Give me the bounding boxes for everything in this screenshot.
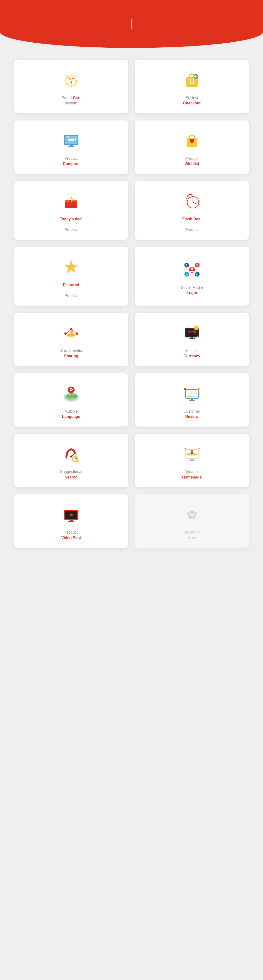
card-label-easiest-checkout: EasiestCheckout [183,95,201,106]
card-label-normal: Multiple [65,409,78,414]
feature-card-flash-deal: Flash DealProduct [135,181,249,240]
icon-deal [60,191,82,212]
svg-line-53 [189,272,190,273]
feature-card-multiple-currency: GO!!! $ ★ ★ MultipleCurrency [135,313,249,366]
svg-text:GO!!!: GO!!! [188,330,196,333]
card-label-dynamic-homepage: DynamicHomepage [182,469,202,480]
icon-compare [60,130,82,151]
icon-upcoming [181,504,203,525]
card-label-line2: system [65,101,77,105]
svg-point-106 [191,450,193,452]
svg-text:★: ★ [198,448,200,450]
card-label-bold: Today's deal [60,216,82,222]
icon-social-login: f G in tw [181,259,203,281]
card-label-upcoming-more: UpcomingMore [183,530,200,541]
svg-point-94 [66,457,67,459]
svg-text:tw: tw [185,274,188,276]
icon-homepage: ★ ★ [181,443,203,465]
svg-point-119 [194,512,198,515]
feature-card-todays-deal: Today's dealProduct [14,181,128,240]
svg-point-90 [70,455,72,457]
card-label-product-video: ProductVideo Post [61,530,81,541]
svg-line-93 [77,461,79,463]
card-label-normal: Dynamic [184,469,199,474]
icon-video [60,504,82,525]
feature-card-suggestional-search: SuggestionalSearch [14,434,128,487]
card-label-social-sharing: Social mediaSharing [60,348,82,359]
card-label-normal: Upcoming [183,530,200,534]
card-label-multiple-currency: MultipleCurrency [184,348,200,359]
card-label-normal: Smart Cart [62,96,81,100]
svg-rect-80 [187,395,195,395]
card-label-multiple-language: MultipleLanguage [62,409,80,420]
card-label-normal: Product [185,156,198,161]
card-label-todays-deal: Today's dealProduct [60,216,82,232]
svg-point-117 [187,512,190,515]
svg-line-54 [194,272,195,273]
svg-point-118 [190,511,194,514]
card-label-bold: Search [60,475,82,480]
card-label-smart-cart: Smart Cartsystem [62,95,81,106]
svg-text:★: ★ [197,335,198,337]
svg-text:G: G [196,264,198,267]
svg-line-62 [72,330,76,333]
card-label-normal: Product [65,530,78,534]
svg-marker-40 [64,260,78,273]
svg-rect-57 [67,334,76,336]
card-label-bold: Login [181,290,203,296]
svg-point-60 [76,332,78,335]
card-label-bold: Homepage [182,475,202,480]
svg-text:★: ★ [185,388,186,390]
feature-card-social-sharing: Social mediaSharing [14,313,128,366]
card-label-normal: Multiple [185,349,198,353]
svg-point-59 [70,328,73,331]
card-label-product-compare: ProductCompare [63,156,79,167]
card-label-bold: Wishlist [185,161,199,167]
card-label-normal: Customer [184,409,200,414]
svg-point-58 [64,332,67,335]
svg-point-121 [192,515,196,519]
card-label-suggestional-search: SuggestionalSearch [60,469,82,480]
card-label-bold: Video Post [61,535,81,541]
icon-wishlist [181,130,203,151]
icon-cart: BUY [60,70,82,91]
card-label-bold: Language [62,414,80,419]
feature-card-featured-product: FeaturedProduct [14,247,128,305]
icon-language [60,383,82,404]
feature-card-smart-cart: BUY Smart Cartsystem [14,60,128,113]
icon-checkout [181,70,203,91]
svg-line-33 [74,194,75,195]
card-label-bold: Flash Deal [182,216,201,222]
svg-rect-109 [189,460,195,461]
card-label-product-wishlist: ProductWishlist [185,156,199,167]
svg-rect-116 [68,521,74,522]
svg-point-42 [191,267,193,270]
feature-card-customer-review: ★ ★ ★ ★ ★ ★ ★ CustomerReview [135,373,249,427]
svg-rect-84 [189,400,195,401]
svg-text:★: ★ [198,388,200,390]
svg-text:★: ★ [186,327,188,329]
svg-text:★ ★ ★ ★ ★: ★ ★ ★ ★ ★ [188,392,200,394]
card-label-bold: Featured [63,282,79,288]
card-label-normal: Suggestional [60,469,82,474]
svg-text:in: in [196,273,198,276]
svg-rect-69 [189,339,195,339]
feature-card-easiest-checkout: EasiestCheckout [135,60,249,113]
card-label-line2: More [187,536,196,540]
card-label-normal: Social media [60,349,82,353]
svg-line-51 [189,266,190,268]
svg-text:★: ★ [185,448,187,450]
feature-card-product-wishlist: ProductWishlist [135,121,249,174]
feature-card-product-video: ProductVideo Post [14,494,128,548]
svg-line-34 [68,194,68,195]
card-label-normal: Social Media [181,285,203,290]
card-label-flash-deal: Flash DealProduct [182,216,201,232]
card-label-normal: Product [65,156,78,161]
svg-point-96 [75,457,77,459]
svg-rect-11 [186,77,198,87]
card-label-bold: Checkout [183,100,201,106]
features-grid: BUY Smart Cartsystem [0,48,263,560]
feature-card-multiple-language: MultipleLanguage [14,373,128,427]
svg-line-61 [67,330,70,333]
card-label-featured-product: FeaturedProduct [63,282,79,298]
